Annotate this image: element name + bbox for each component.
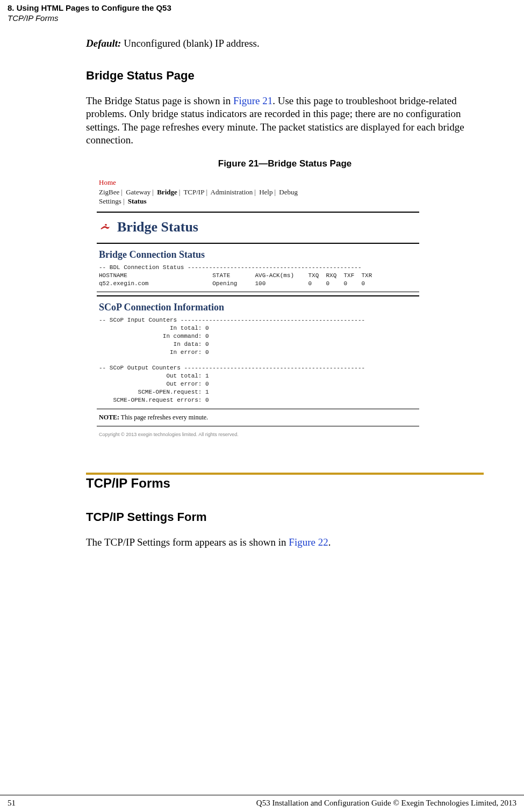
- bridge-connection-subheading: Bridge Connection Status: [99, 249, 417, 260]
- nav-item-gateway[interactable]: Gateway: [126, 188, 150, 196]
- section-rule: [86, 473, 484, 475]
- divider-line: [97, 292, 419, 292]
- default-label: Default:: [86, 38, 121, 49]
- nav-item-administration[interactable]: Administration: [211, 188, 253, 196]
- nav-item-help[interactable]: Help: [259, 188, 272, 196]
- page-footer: 51 Q53 Installation and Configuration Gu…: [0, 795, 524, 808]
- footer-text: Q53 Installation and Configuration Guide…: [256, 799, 516, 808]
- nav-divider: |: [254, 188, 256, 196]
- page-content: Default: Unconfigured (blank) IP address…: [86, 38, 484, 561]
- nav-home-link[interactable]: Home: [99, 178, 116, 186]
- lizard-logo-icon: [99, 221, 112, 234]
- divider-line: [97, 212, 419, 213]
- page-title: Bridge Status: [117, 219, 198, 235]
- nav-divider: |: [274, 188, 276, 196]
- note-text: This page refreshes every minute.: [119, 414, 208, 421]
- refresh-note: NOTE: This page refreshes every minute.: [97, 411, 419, 424]
- scop-counters-block: -- SCoP Input Counters -----------------…: [97, 315, 419, 406]
- bridge-status-heading: Bridge Status Page: [86, 69, 484, 83]
- default-line: Default: Unconfigured (blank) IP address…: [86, 38, 484, 49]
- subnav-item-settings[interactable]: Settings: [99, 197, 121, 205]
- running-header: 8. Using HTML Pages to Configure the Q53…: [8, 3, 171, 24]
- tcpip-settings-paragraph: The TCP/IP Settings form appears as is s…: [86, 536, 484, 549]
- page-number: 51: [8, 799, 16, 808]
- subnav-item-status[interactable]: Status: [128, 197, 147, 205]
- nav-item-zigbee[interactable]: ZigBee: [99, 188, 119, 196]
- tcpip-settings-subheading: TCP/IP Settings Form: [86, 510, 484, 524]
- divider-line: [97, 426, 419, 426]
- default-value: Unconfigured (blank) IP address.: [121, 38, 259, 49]
- nav-divider: |: [121, 188, 123, 196]
- embedded-screenshot: Home ZigBee| Gateway| Bridge| TCP/IP| Ad…: [97, 175, 419, 444]
- nav-item-bridge[interactable]: Bridge: [157, 188, 177, 196]
- tcpip-para-after: .: [328, 536, 331, 548]
- nav-item-debug[interactable]: Debug: [279, 188, 298, 196]
- divider-line: [97, 243, 419, 244]
- figure-21-link[interactable]: Figure 21: [233, 95, 272, 106]
- tcpip-forms-heading: TCP/IP Forms: [86, 476, 484, 491]
- nav-item-tcpip[interactable]: TCP/IP: [183, 188, 204, 196]
- breadcrumb-nav: Home ZigBee| Gateway| Bridge| TCP/IP| Ad…: [97, 175, 419, 208]
- screenshot-copyright: Copyright © 2013 exegin technologies lim…: [97, 429, 419, 445]
- nav-divider: |: [152, 188, 154, 196]
- header-section: TCP/IP Forms: [8, 13, 171, 24]
- note-label: NOTE:: [99, 414, 119, 421]
- bridge-status-paragraph: The Bridge Status page is shown in Figur…: [86, 95, 484, 147]
- header-chapter: 8. Using HTML Pages to Configure the Q53: [8, 3, 171, 13]
- nav-divider: |: [179, 188, 181, 196]
- nav-divider: |: [206, 188, 207, 196]
- para-text-before: The Bridge Status page is shown in: [86, 95, 233, 106]
- screenshot-title-row: Bridge Status: [97, 215, 419, 240]
- figure-22-link[interactable]: Figure 22: [289, 536, 328, 548]
- divider-line: [97, 409, 419, 409]
- scop-connection-subheading: SCoP Connection Information: [99, 302, 417, 313]
- nav-divider: |: [123, 197, 125, 205]
- tcpip-para-before: The TCP/IP Settings form appears as is s…: [86, 536, 289, 548]
- figure-caption: Figure 21—Bridge Status Page: [134, 158, 435, 169]
- bdl-status-block: -- BDL Connection Status ---------------…: [97, 263, 419, 290]
- divider-line: [97, 295, 419, 296]
